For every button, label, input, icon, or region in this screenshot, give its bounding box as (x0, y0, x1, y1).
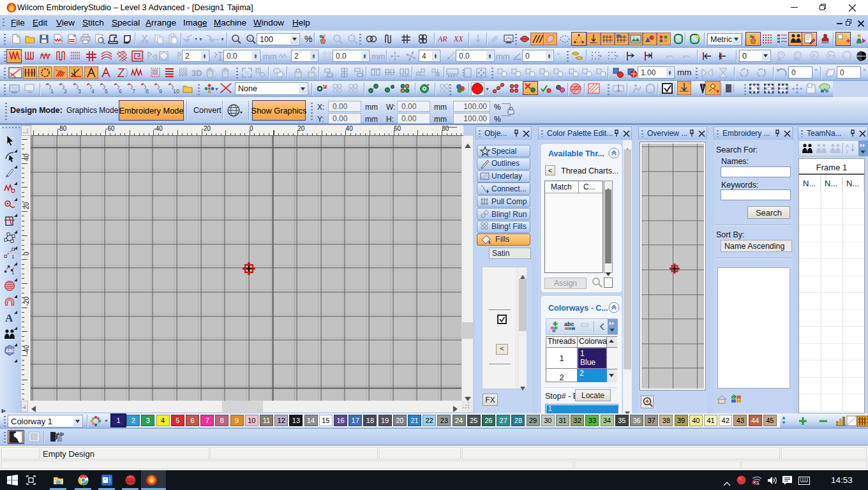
svg-text:3D: 3D (191, 68, 202, 78)
svg-text:%: % (304, 34, 312, 44)
svg-text:F+: F+ (828, 53, 835, 59)
svg-text:7: 7 (132, 88, 135, 94)
svg-text:3: 3 (78, 88, 81, 94)
svg-text:5: 5 (105, 88, 108, 94)
svg-text:R+: R+ (794, 57, 800, 62)
svg-text:6: 6 (119, 88, 122, 94)
svg-text:AR: AR (438, 34, 447, 43)
svg-text:9: 9 (159, 88, 162, 94)
svg-text:abc: abc (564, 321, 574, 327)
svg-text:2: 2 (64, 88, 67, 94)
svg-text:R-: R- (777, 57, 782, 62)
svg-text:1: 1 (249, 37, 251, 41)
svg-text:8: 8 (146, 88, 149, 94)
svg-text:A: A (846, 143, 849, 149)
svg-text:10: 10 (173, 88, 179, 94)
svg-text:XX: XX (454, 34, 463, 43)
svg-text:ABC: ABC (6, 348, 15, 353)
svg-text:Z: Z (846, 149, 849, 154)
svg-text:1: 1 (50, 88, 54, 94)
svg-text:4: 4 (91, 88, 94, 94)
svg-text:F-: F- (812, 53, 818, 59)
svg-text:ABC: ABC (57, 432, 64, 436)
svg-text:A: A (5, 312, 13, 324)
